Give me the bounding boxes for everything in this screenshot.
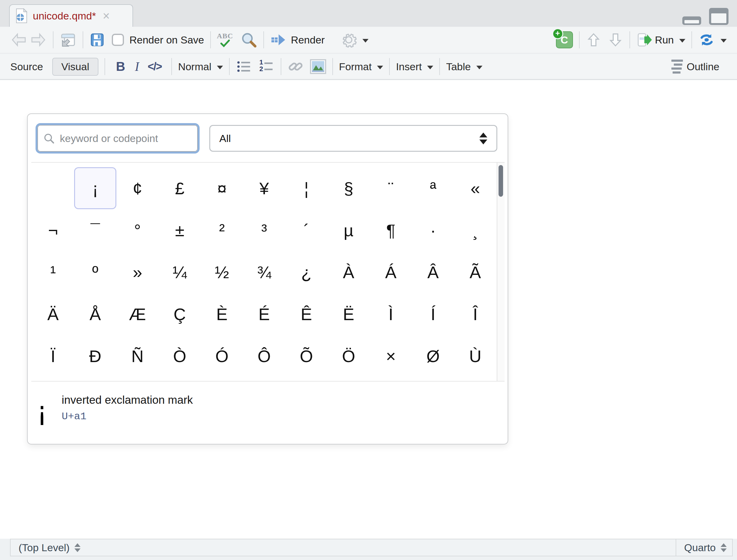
symbol-cell[interactable]: Ñ (116, 335, 159, 377)
gear-icon[interactable] (341, 32, 357, 48)
symbol-cell[interactable]: Ë (328, 293, 370, 335)
maximize-pane-icon[interactable] (709, 8, 728, 25)
table-menu[interactable]: Table (446, 61, 470, 73)
symbol-cell[interactable]: Å (74, 293, 116, 335)
symbol-cell[interactable]: ± (159, 209, 201, 251)
symbol-cell[interactable]: ¿ (285, 251, 328, 293)
down-arrow-icon[interactable] (608, 32, 623, 48)
format-selector[interactable]: Quarto (676, 539, 732, 556)
scrollbar[interactable] (497, 163, 504, 381)
symbol-cell[interactable]: Ä (32, 293, 74, 335)
symbol-cell[interactable]: ¸ (454, 209, 496, 251)
save-icon[interactable] (89, 32, 105, 48)
chevron-down-icon[interactable] (377, 66, 383, 69)
up-arrow-icon[interactable] (586, 32, 601, 48)
symbol-cell[interactable]: Ò (159, 335, 201, 377)
symbol-cell[interactable]: È (201, 293, 243, 335)
paragraph-style-dropdown[interactable]: Normal (178, 61, 212, 73)
symbol-cell[interactable]: ° (116, 209, 159, 251)
symbol-cell[interactable]: £ (159, 167, 201, 209)
symbol-cell[interactable]: º (74, 251, 116, 293)
symbol-cell[interactable]: ´ (285, 209, 328, 251)
category-select[interactable]: All (209, 125, 497, 152)
symbol-cell[interactable]: Ç (159, 293, 201, 335)
symbol-cell[interactable]: Î (454, 293, 496, 335)
render-button[interactable]: Render (291, 34, 325, 46)
bullet-list-icon[interactable] (236, 58, 252, 75)
symbol-cell[interactable]: ª (412, 167, 454, 209)
visual-mode-button[interactable]: Visual (52, 58, 98, 76)
symbol-cell[interactable]: Ã (454, 251, 496, 293)
symbol-cell[interactable]: ¬ (32, 209, 74, 251)
symbol-cell[interactable]: « (454, 167, 496, 209)
symbol-cell[interactable]: ³ (243, 209, 285, 251)
chevron-down-icon[interactable] (721, 39, 727, 43)
back-icon[interactable] (10, 31, 27, 48)
search-document-icon[interactable] (240, 31, 257, 48)
run-button[interactable]: Run (655, 34, 674, 46)
symbol-cell[interactable]: Á (370, 251, 412, 293)
symbol-cell[interactable]: Ì (370, 293, 412, 335)
format-menu[interactable]: Format (339, 61, 372, 73)
symbol-cell[interactable]: Õ (285, 335, 328, 377)
italic-button[interactable]: I (135, 59, 139, 74)
symbol-cell[interactable]: É (243, 293, 285, 335)
symbol-cell[interactable]: · (412, 209, 454, 251)
image-icon[interactable] (310, 59, 326, 74)
symbol-cell[interactable]: ¹ (32, 251, 74, 293)
symbol-cell[interactable]: » (116, 251, 159, 293)
symbol-cell[interactable]: ¾ (243, 251, 285, 293)
tab-unicode-qmd[interactable]: unicode.qmd* × (9, 4, 133, 27)
symbol-cell[interactable]: ½ (201, 251, 243, 293)
chevron-down-icon[interactable] (427, 66, 433, 69)
outline-toggle[interactable]: Outline (671, 60, 727, 74)
scope-selector[interactable]: (Top Level) (11, 542, 81, 554)
rerun-icon[interactable] (698, 31, 715, 48)
symbol-cell[interactable]: ² (201, 209, 243, 251)
symbol-cell[interactable]: Í (412, 293, 454, 335)
symbol-cell[interactable]: ¯ (74, 209, 116, 251)
symbol-cell[interactable]: ¦ (285, 167, 328, 209)
spellcheck-icon[interactable]: ABC (217, 32, 233, 47)
symbol-cell[interactable]: ¨ (370, 167, 412, 209)
symbol-cell[interactable]: Ó (201, 335, 243, 377)
minimize-pane-icon[interactable] (682, 16, 701, 25)
render-on-save-checkbox[interactable] (112, 34, 124, 46)
scrollbar-thumb[interactable] (498, 165, 503, 197)
symbol-cell[interactable]: Ê (285, 293, 328, 335)
close-icon[interactable]: × (103, 10, 110, 22)
symbol-cell[interactable]: Ð (74, 335, 116, 377)
chevron-down-icon[interactable] (679, 39, 685, 43)
symbol-cell[interactable]: ¥ (243, 167, 285, 209)
source-mode-button[interactable]: Source (10, 61, 43, 73)
symbol-cell[interactable]: À (328, 251, 370, 293)
chevron-down-icon[interactable] (217, 66, 223, 69)
symbol-cell[interactable]: µ (328, 209, 370, 251)
insert-menu[interactable]: Insert (396, 61, 422, 73)
symbol-cell[interactable]: Æ (116, 293, 159, 335)
symbol-cell[interactable]: Ö (328, 335, 370, 377)
chevron-down-icon[interactable] (363, 39, 368, 43)
symbol-search[interactable] (37, 125, 198, 152)
symbol-cell[interactable]: ¡ (74, 167, 116, 209)
symbol-cell[interactable]: ¶ (370, 209, 412, 251)
symbol-search-input[interactable] (59, 132, 182, 145)
symbol-cell[interactable]: Ï (32, 335, 74, 377)
popout-window-icon[interactable] (60, 31, 77, 48)
chevron-down-icon[interactable] (476, 66, 482, 69)
symbol-cell[interactable]: Ù (454, 335, 496, 377)
bold-button[interactable]: B (116, 59, 125, 74)
symbol-cell[interactable]: § (328, 167, 370, 209)
symbol-cell[interactable]: ¢ (116, 167, 159, 209)
symbol-cell[interactable]: × (370, 335, 412, 377)
forward-icon[interactable] (30, 31, 47, 48)
symbol-cell[interactable]: ¼ (159, 251, 201, 293)
symbol-cell[interactable]: Ô (243, 335, 285, 377)
code-button[interactable]: </> (148, 60, 162, 73)
symbol-cell[interactable]: Â (412, 251, 454, 293)
numbered-list-icon[interactable]: 1 2 (258, 58, 275, 75)
link-icon[interactable] (288, 58, 304, 75)
symbol-cell[interactable]: ¤ (201, 167, 243, 209)
symbol-cell[interactable]: Ø (412, 335, 454, 377)
insert-chunk-icon[interactable]: +C (556, 31, 573, 48)
